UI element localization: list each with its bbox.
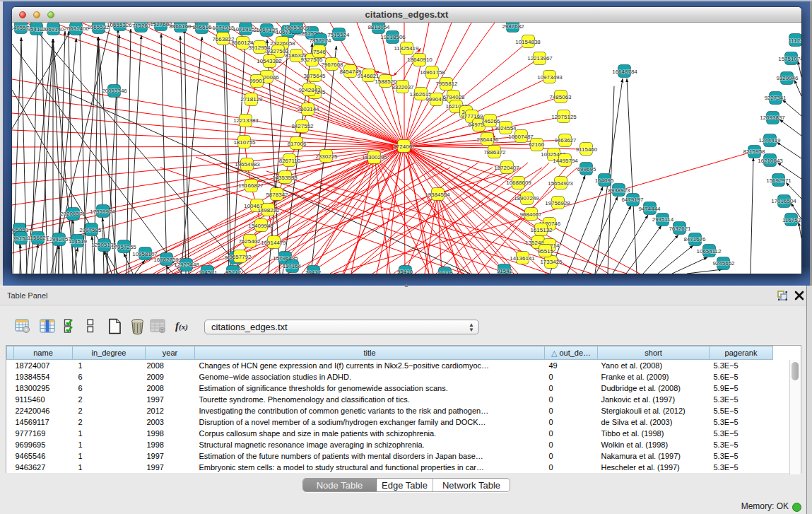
svg-text:19756928: 19756928 bbox=[545, 200, 570, 206]
svg-text:12093837: 12093837 bbox=[760, 115, 785, 121]
svg-text:1615132: 1615132 bbox=[530, 227, 553, 233]
svg-text:9115460: 9115460 bbox=[576, 146, 598, 153]
svg-text:39154: 39154 bbox=[13, 235, 29, 242]
svg-text:12923448: 12923448 bbox=[174, 262, 199, 268]
svg-text:19654983: 19654983 bbox=[235, 161, 260, 168]
svg-text:1733426: 1733426 bbox=[540, 259, 563, 265]
svg-text:16053809: 16053809 bbox=[284, 25, 310, 31]
svg-text:7955812: 7955812 bbox=[435, 81, 458, 87]
svg-text:715267: 715267 bbox=[132, 23, 151, 29]
svg-text:10654112: 10654112 bbox=[697, 248, 722, 255]
svg-text:95212: 95212 bbox=[225, 269, 242, 274]
svg-text:6479197: 6479197 bbox=[621, 197, 644, 203]
svg-text:15654923: 15654923 bbox=[548, 180, 573, 187]
svg-text:10607487: 10607487 bbox=[508, 134, 534, 140]
svg-text:2718129: 2718129 bbox=[240, 96, 263, 103]
svg-text:2987682: 2987682 bbox=[502, 23, 524, 30]
svg-text:7886372: 7886372 bbox=[483, 149, 506, 156]
svg-text:91542: 91542 bbox=[497, 268, 513, 274]
svg-text:1498222: 1498222 bbox=[257, 207, 280, 214]
svg-text:16914479: 16914479 bbox=[261, 240, 286, 246]
svg-text:3024554: 3024554 bbox=[494, 125, 517, 132]
svg-text:9227341: 9227341 bbox=[764, 95, 787, 101]
svg-text:15751074: 15751074 bbox=[778, 56, 801, 62]
svg-text:8267110: 8267110 bbox=[279, 158, 301, 164]
svg-text:3875645: 3875645 bbox=[303, 73, 326, 79]
svg-text:1244419: 1244419 bbox=[758, 137, 781, 144]
svg-text:11325419: 11325419 bbox=[394, 45, 420, 52]
svg-text:9245652: 9245652 bbox=[712, 260, 735, 267]
svg-text:7546: 7546 bbox=[313, 49, 326, 55]
svg-text:10543382: 10543382 bbox=[257, 58, 282, 64]
svg-text:6794028: 6794028 bbox=[442, 94, 465, 100]
svg-text:114519: 114519 bbox=[69, 238, 88, 245]
svg-text:9474444: 9474444 bbox=[638, 206, 661, 212]
svg-text:3912954: 3912954 bbox=[248, 45, 271, 51]
svg-text:746266: 746266 bbox=[481, 118, 500, 124]
svg-text:10655326: 10655326 bbox=[107, 23, 132, 28]
svg-text:20975857: 20975857 bbox=[79, 227, 105, 233]
svg-text:9657792: 9657792 bbox=[229, 254, 252, 260]
svg-text:10688609: 10688609 bbox=[506, 180, 531, 186]
svg-text:9329946: 9329946 bbox=[776, 75, 799, 81]
svg-text:5878342: 5878342 bbox=[266, 192, 288, 198]
svg-text:9084067: 9084067 bbox=[519, 211, 542, 218]
svg-text:14353593: 14353593 bbox=[272, 175, 298, 181]
svg-text:8938923: 8938923 bbox=[608, 187, 630, 194]
svg-text:12975125: 12975125 bbox=[551, 114, 577, 120]
svg-text:10719155: 10719155 bbox=[233, 26, 258, 33]
svg-text:846616: 846616 bbox=[193, 24, 212, 30]
svg-text:2935114: 2935114 bbox=[652, 216, 674, 223]
svg-text:14136141: 14136141 bbox=[510, 255, 535, 262]
svg-text:9242843: 9242843 bbox=[298, 87, 321, 93]
svg-text:16648784: 16648784 bbox=[612, 69, 637, 75]
svg-text:20206576: 20206576 bbox=[60, 211, 86, 217]
svg-text:8471676: 8471676 bbox=[683, 236, 706, 243]
svg-text:7632621: 7632621 bbox=[669, 226, 691, 232]
svg-text:2364436: 2364436 bbox=[476, 136, 499, 143]
svg-text:7857224: 7857224 bbox=[309, 37, 331, 44]
svg-text:18907249: 18907249 bbox=[514, 195, 539, 201]
svg-text:8215958: 8215958 bbox=[743, 148, 765, 155]
svg-text:14495794: 14495794 bbox=[553, 158, 578, 164]
svg-text:18640910: 18640910 bbox=[407, 57, 433, 63]
svg-text:8466160: 8466160 bbox=[169, 23, 192, 30]
svg-text:699695: 699695 bbox=[577, 166, 596, 173]
svg-text:2803144: 2803144 bbox=[297, 106, 319, 112]
svg-text:17016504: 17016504 bbox=[771, 198, 796, 204]
svg-text:12213967: 12213967 bbox=[527, 55, 553, 62]
svg-text:20691406: 20691406 bbox=[64, 25, 89, 32]
svg-text:17957255: 17957255 bbox=[111, 244, 136, 250]
svg-text:19384554: 19384554 bbox=[425, 192, 450, 198]
svg-text:62160: 62160 bbox=[529, 141, 545, 148]
svg-text:8813054: 8813054 bbox=[367, 24, 390, 30]
svg-text:12942757: 12942757 bbox=[46, 236, 71, 243]
svg-text:20053346: 20053346 bbox=[102, 88, 127, 94]
svg-text:1071915: 1071915 bbox=[212, 25, 235, 31]
svg-text:8427552: 8427552 bbox=[291, 123, 314, 129]
svg-text:164095: 164095 bbox=[595, 177, 614, 184]
svg-text:1724007: 1724007 bbox=[393, 144, 416, 150]
svg-text:15409948: 15409948 bbox=[248, 223, 273, 229]
svg-text:20412: 20412 bbox=[305, 269, 322, 274]
svg-text:15720407: 15720407 bbox=[494, 165, 519, 171]
svg-text:16961758: 16961758 bbox=[420, 69, 445, 76]
svg-text:19218506: 19218506 bbox=[380, 34, 406, 40]
svg-text:20715: 20715 bbox=[437, 270, 454, 274]
svg-text:95515: 95515 bbox=[538, 248, 554, 255]
svg-text:99901: 99901 bbox=[249, 78, 266, 84]
svg-text:16210643: 16210643 bbox=[758, 158, 783, 164]
svg-text:817006: 817006 bbox=[288, 141, 307, 147]
svg-text:9463627: 9463627 bbox=[554, 137, 577, 144]
svg-text:11121: 11121 bbox=[788, 37, 801, 44]
svg-text:17359924: 17359924 bbox=[90, 209, 115, 215]
svg-text:116753: 116753 bbox=[782, 217, 801, 223]
svg-text:2330225: 2330225 bbox=[315, 153, 338, 160]
svg-text:8322037: 8322037 bbox=[392, 84, 414, 90]
svg-text:10154838: 10154838 bbox=[515, 39, 541, 45]
svg-text:18300295: 18300295 bbox=[362, 154, 387, 160]
svg-text:2967608: 2967608 bbox=[321, 62, 343, 68]
svg-text:7485063: 7485063 bbox=[549, 94, 572, 100]
svg-text:104521: 104521 bbox=[199, 269, 218, 274]
svg-text:95410: 95410 bbox=[397, 269, 413, 274]
